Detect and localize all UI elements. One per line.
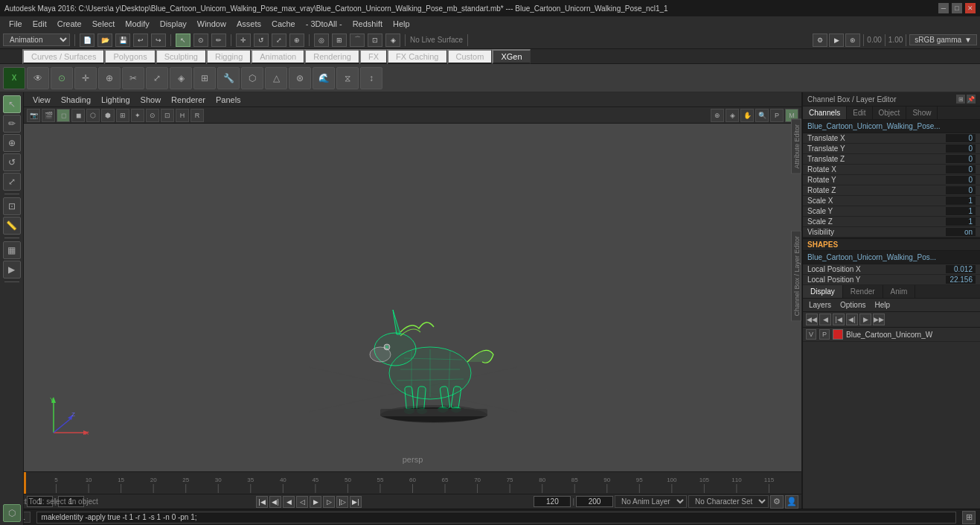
shelf-tab-polygons[interactable]: Polygons (104, 49, 155, 64)
vp-menu-panels[interactable]: Panels (211, 95, 246, 105)
cb-attr-scale-y[interactable]: Scale Y 1 (803, 206, 980, 217)
layer-add-btn[interactable]: ◀◀ (806, 314, 818, 325)
cb-attr-rotate-x[interactable]: Rotate X 0 (803, 165, 980, 175)
cb-attr-translate-x[interactable]: Translate X 0 (803, 133, 980, 144)
undo-btn[interactable]: ↩ (133, 34, 148, 47)
cb-value-rz[interactable]: 0 (946, 186, 976, 194)
layer-tab-display[interactable]: Display (803, 285, 843, 298)
vp-isolate-icon[interactable]: ⊡ (161, 109, 174, 122)
vp-menu-show[interactable]: Show (136, 95, 166, 105)
menu-file[interactable]: File (4, 18, 27, 30)
cb-value-lpx[interactable]: 0.012 (946, 265, 976, 273)
left-tool-measure[interactable]: 📏 (3, 217, 21, 235)
redo-btn[interactable]: ↪ (151, 34, 166, 47)
cb-attr-local-pos-x[interactable]: Local Position X 0.012 (803, 264, 980, 275)
channel-box-side-tab[interactable]: Channel Box / Layer Editor (791, 231, 801, 322)
shelf-icon-16[interactable]: ↕ (360, 67, 382, 89)
timeline-ruler[interactable]: 5101520253035404550556065707580859095100… (24, 471, 801, 494)
vp-resolution-icon[interactable]: R (190, 109, 204, 122)
shelf-tab-xgen[interactable]: XGen (492, 49, 530, 64)
vp-menu-shading[interactable]: Shading (57, 95, 95, 105)
layer-row-0[interactable]: V P Blue_Cartoon_Unicorn_W (803, 328, 980, 342)
cb-pin-btn[interactable]: 📌 (967, 95, 976, 104)
menu-3dtoall[interactable]: - 3DtoAll - (301, 18, 347, 30)
cb-attr-translate-z[interactable]: Translate Z 0 (803, 154, 980, 165)
cb-attr-translate-y[interactable]: Translate Y 0 (803, 144, 980, 154)
vp-zoom-icon[interactable]: 🔍 (755, 109, 769, 122)
move-tool-btn[interactable]: ✛ (236, 34, 251, 47)
render-btn[interactable]: ▶ (829, 34, 844, 47)
cb-value-tx[interactable]: 0 (946, 134, 976, 142)
left-tool-layers[interactable]: ▦ (3, 241, 21, 259)
cb-tab-channels[interactable]: Channels (803, 106, 847, 119)
shelf-icon-6[interactable]: ✂ (122, 67, 144, 89)
open-scene-btn[interactable]: 📂 (97, 34, 112, 47)
layer-menu-options[interactable]: Options (837, 300, 868, 310)
select-tool-btn[interactable]: ↖ (176, 34, 190, 47)
left-tool-paint[interactable]: ✏ (3, 115, 21, 133)
vp-film-icon[interactable]: 🎬 (42, 109, 55, 122)
shelf-icon-5[interactable]: ⊕ (98, 67, 121, 89)
shelf-tab-animation[interactable]: Animation (251, 49, 304, 64)
shelf-tab-custom[interactable]: Custom (447, 49, 493, 64)
cb-expand-btn[interactable]: ⊞ (956, 95, 965, 104)
shelf-icon-4[interactable]: ✛ (74, 67, 97, 89)
cb-tab-object[interactable]: Object (873, 106, 907, 119)
shelf-tab-rigging[interactable]: Rigging (206, 49, 251, 64)
layer-visibility-btn[interactable]: V (806, 329, 816, 340)
shelf-icon-12[interactable]: △ (265, 67, 287, 89)
maximize-button[interactable]: □ (952, 3, 962, 13)
shelf-icon-7[interactable]: ⤢ (146, 67, 168, 89)
shelf-icon-8[interactable]: ◈ (170, 67, 192, 89)
vp-menu-lighting[interactable]: Lighting (97, 95, 135, 105)
ipr-btn[interactable]: ⊛ (845, 34, 860, 47)
new-scene-btn[interactable]: 📄 (80, 34, 95, 47)
shelf-icon-3[interactable]: ⊙ (51, 67, 73, 89)
animation-mode-dropdown[interactable]: Animation (3, 34, 70, 46)
gamma-dropdown-arrow[interactable]: ▼ (964, 36, 972, 44)
menu-edit[interactable]: Edit (28, 18, 51, 30)
shelf-icon-11[interactable]: ⬡ (241, 67, 263, 89)
shelf-tab-sculpting[interactable]: Sculpting (156, 49, 206, 64)
cb-value-lpy[interactable]: 22.156 (946, 276, 976, 284)
menu-create[interactable]: Create (53, 18, 86, 30)
menu-window[interactable]: Window (193, 18, 231, 30)
menu-display[interactable]: Display (156, 18, 191, 30)
scale-tool-btn[interactable]: ⤢ (272, 34, 286, 47)
vp-shaded-icon[interactable]: ⬡ (86, 109, 100, 122)
layer-prev-btn[interactable]: ◀ (819, 314, 831, 325)
menu-modify[interactable]: Modify (121, 18, 153, 30)
layer-menu-layers[interactable]: Layers (806, 300, 834, 310)
left-tool-rotate[interactable]: ↺ (3, 153, 21, 171)
cb-attr-scale-z[interactable]: Scale Z 1 (803, 217, 980, 227)
left-tool-select[interactable]: ↖ (3, 95, 21, 113)
minimize-button[interactable]: ─ (938, 3, 949, 13)
cb-tab-edit[interactable]: Edit (847, 106, 872, 119)
cb-value-vis[interactable]: on (946, 228, 976, 236)
vp-snap-to-icon[interactable]: ⊕ (711, 109, 724, 122)
render-settings-btn[interactable]: ⚙ (813, 34, 827, 47)
attribute-editor-tab[interactable]: Attribute Editor (791, 119, 801, 174)
menu-redshift[interactable]: Redshift (348, 18, 387, 30)
shelf-tab-fxcaching[interactable]: FX Caching (387, 49, 446, 64)
script-editor-btn[interactable]: ⊞ (962, 511, 976, 524)
cb-tab-show[interactable]: Show (906, 106, 938, 119)
soft-select-btn[interactable]: ◎ (314, 34, 329, 47)
vp-shaded-wire-icon[interactable]: ⬢ (101, 109, 115, 122)
layer-last-btn[interactable]: ▶▶ (873, 314, 885, 325)
layer-next-btn[interactable]: ▶ (859, 314, 871, 325)
left-tool-render[interactable]: ▶ (3, 261, 21, 279)
layer-tab-render[interactable]: Render (843, 285, 883, 298)
vp-pan-icon[interactable]: ✋ (740, 109, 754, 122)
shelf-icon-13[interactable]: ⊛ (289, 67, 311, 89)
cb-value-sz[interactable]: 1 (946, 217, 976, 226)
vp-hud-icon[interactable]: H (176, 109, 189, 122)
vp-xray-icon[interactable]: ✦ (131, 109, 144, 122)
cb-attr-rotate-y[interactable]: Rotate Y 0 (803, 175, 980, 185)
shelf-icon-10[interactable]: 🔧 (217, 67, 240, 89)
snap-grid-btn[interactable]: ⊞ (332, 34, 347, 47)
snap-point-btn[interactable]: ⊡ (368, 34, 382, 47)
viewport-3d[interactable]: X Y Z persp (24, 124, 801, 471)
snap-curve-btn[interactable]: ⌒ (350, 34, 365, 47)
cb-value-tz[interactable]: 0 (946, 155, 976, 163)
